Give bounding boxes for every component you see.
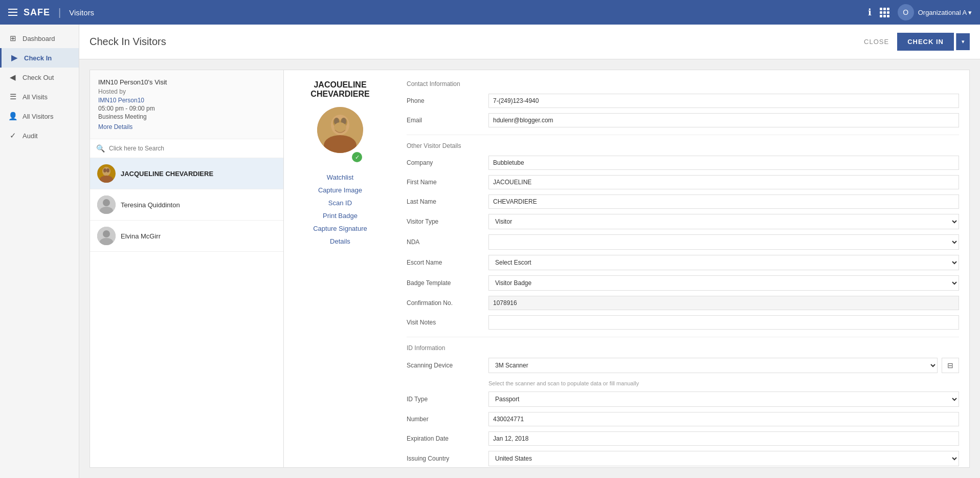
number-row: Number	[407, 412, 959, 426]
brand-logo: SAFE	[24, 7, 50, 18]
avatar	[97, 227, 116, 245]
main-content: Check In Visitors CLOSE CHECK IN ▾ IMN10…	[79, 25, 980, 478]
notes-row: Visit Notes	[407, 315, 959, 330]
sidebar-item-allvisits[interactable]: ☰ All Visits	[0, 87, 79, 106]
check-in-button[interactable]: CHECK IN	[897, 33, 954, 51]
country-row: Issuing Country United States	[407, 451, 959, 466]
confirmation-label: Confirmation No.	[407, 299, 488, 307]
left-panel: IMN10 Person10's Visit Hosted by IMN10 P…	[90, 70, 284, 468]
sidebar-item-checkin[interactable]: ▶ Check In	[0, 48, 79, 68]
search-input[interactable]	[109, 145, 277, 152]
badge-label: Badge Template	[407, 279, 488, 287]
allvisits-icon: ☰	[8, 92, 17, 101]
expiration-row: Expiration Date	[407, 431, 959, 446]
badge-select[interactable]: Visitor Badge	[488, 275, 959, 291]
scanning-device-label: Scanning Device	[407, 362, 488, 369]
country-select[interactable]: United States	[488, 451, 959, 466]
watchlist-link[interactable]: Watchlist	[327, 173, 353, 181]
firstname-row: First Name	[407, 175, 959, 189]
center-panel: JACOUELINE CHEVARDIERE	[284, 70, 396, 468]
company-input[interactable]	[488, 156, 959, 170]
checkout-icon: ◀	[8, 73, 17, 82]
sidebar-item-allvisitors[interactable]: 👤 All Visitors	[0, 106, 79, 126]
lastname-input[interactable]	[488, 194, 959, 209]
scanner-select[interactable]: 3M Scanner	[488, 358, 938, 373]
svg-point-9	[103, 230, 110, 237]
visitor-name: Elvina McGirr	[121, 232, 161, 240]
app-body: ⊞ Dashboard ▶ Check In ◀ Check Out ☰ All…	[0, 25, 980, 478]
check-in-dropdown-button[interactable]: ▾	[956, 33, 970, 50]
close-button[interactable]: CLOSE	[858, 34, 895, 50]
idtype-row: ID Type Passport	[407, 392, 959, 407]
nda-label: NDA	[407, 238, 488, 246]
svg-point-1	[102, 167, 110, 176]
svg-point-4	[106, 168, 109, 172]
sidebar-label-allvisits: All Visits	[23, 93, 48, 101]
idtype-select[interactable]: Passport	[488, 392, 959, 407]
expiration-input[interactable]	[488, 431, 959, 446]
contact-section-title: Contact Information	[407, 80, 959, 88]
id-number-input[interactable]	[488, 412, 959, 426]
nda-select[interactable]	[488, 234, 959, 250]
visit-hosted-label: Hosted by	[98, 88, 275, 95]
lastname-label: Last Name	[407, 198, 488, 205]
page-header: Check In Visitors CLOSE CHECK IN ▾	[79, 25, 980, 59]
dashboard-icon: ⊞	[8, 34, 17, 43]
scan-button[interactable]: ⊟	[942, 358, 959, 373]
scanner-hint: Select the scanner and scan to populate …	[488, 380, 639, 386]
sidebar-item-audit[interactable]: ✓ Audit	[0, 126, 79, 145]
right-panel: Contact Information Phone Email Other Vi…	[396, 70, 970, 468]
host-link[interactable]: IMN10 Person10	[98, 97, 144, 104]
notes-input[interactable]	[488, 315, 959, 330]
svg-point-3	[103, 168, 106, 172]
firstname-input[interactable]	[488, 175, 959, 189]
confirmation-input[interactable]	[488, 296, 959, 310]
capture-signature-link[interactable]: Capture Signature	[313, 225, 367, 232]
page-title: Check In Visitors	[90, 36, 166, 48]
content-area: IMN10 Person10's Visit Hosted by IMN10 P…	[79, 59, 980, 478]
checkin-icon: ▶	[10, 53, 19, 62]
visit-title: IMN10 Person10's Visit	[98, 78, 275, 86]
apps-icon[interactable]	[880, 8, 889, 17]
email-row: Email	[407, 113, 959, 127]
scanner-hint-row: Select the scanner and scan to populate …	[407, 378, 959, 386]
visitor-list: JACQUELINE CHEVARDIERE Teresina Quiddint…	[90, 158, 283, 467]
hamburger-menu[interactable]	[8, 9, 17, 16]
user-menu[interactable]: O Organizational A ▾	[898, 4, 972, 20]
number-label: Number	[407, 416, 488, 423]
audit-icon: ✓	[8, 131, 17, 140]
sidebar-item-checkout[interactable]: ◀ Check Out	[0, 68, 79, 87]
visit-type: Business Meeting	[98, 113, 275, 120]
other-details-section-title: Other Visitor Details	[407, 142, 959, 149]
sidebar-label-allvisitors: All Visitors	[23, 113, 53, 120]
capture-image-link[interactable]: Capture Image	[318, 186, 362, 194]
visitor-name: JACQUELINE CHEVARDIERE	[121, 170, 213, 178]
scanner-row: 3M Scanner ⊟	[488, 358, 959, 373]
sidebar: ⊞ Dashboard ▶ Check In ◀ Check Out ☰ All…	[0, 25, 79, 478]
idtype-label: ID Type	[407, 396, 488, 403]
sidebar-label-dashboard: Dashboard	[23, 35, 55, 42]
print-badge-link[interactable]: Print Badge	[323, 212, 358, 220]
sidebar-label-checkout: Check Out	[23, 74, 54, 81]
company-row: Company	[407, 156, 959, 170]
phone-input[interactable]	[488, 94, 959, 108]
search-box: 🔍	[90, 139, 283, 158]
escort-select[interactable]: Select Escort	[488, 255, 959, 270]
expiration-label: Expiration Date	[407, 435, 488, 442]
id-section-title: ID Information	[407, 344, 959, 352]
confirmation-row: Confirmation No.	[407, 296, 959, 310]
list-item[interactable]: Teresina Quiddinton	[90, 189, 283, 221]
visitortype-select[interactable]: Visitor	[488, 214, 959, 229]
list-item[interactable]: JACQUELINE CHEVARDIERE	[90, 158, 283, 189]
details-link[interactable]: Details	[330, 237, 350, 245]
visitor-photo	[317, 107, 363, 153]
list-item[interactable]: Elvina McGirr	[90, 221, 283, 252]
svg-point-6	[103, 199, 110, 206]
scan-id-link[interactable]: Scan ID	[328, 199, 352, 207]
selected-visitor-name: JACOUELINE CHEVARDIERE	[292, 80, 388, 99]
phone-row: Phone	[407, 94, 959, 108]
sidebar-item-dashboard[interactable]: ⊞ Dashboard	[0, 29, 79, 48]
email-input[interactable]	[488, 113, 959, 127]
more-details-link[interactable]: More Details	[98, 123, 132, 131]
info-icon[interactable]: ℹ	[868, 7, 872, 18]
